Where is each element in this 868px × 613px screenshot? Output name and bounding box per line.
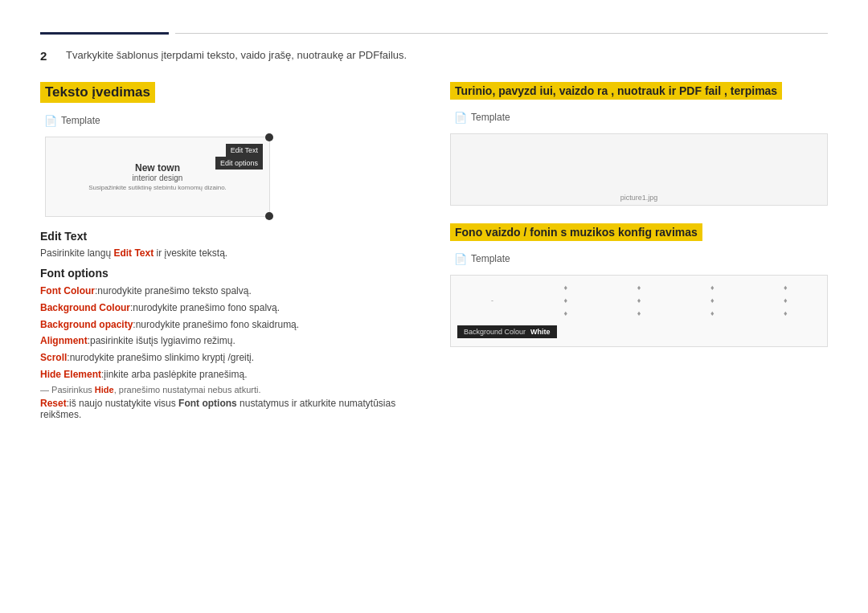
note-hide-key: Hide [95,385,114,394]
edit-text-heading: Edit Text [40,230,418,243]
option-hide-element: Hide Element:įinkite arba paslėpkite pra… [40,368,418,382]
note-cell: ♦ [530,309,600,317]
preview-inner: New town interior design Susipažinkite s… [88,162,227,191]
note-grid-row3: ♦ ♦ ♦ ♦ [457,309,821,317]
reset-key: Reset [40,398,67,409]
left-section-heading: Teksto įvedimas [40,82,155,103]
option-text-hide-element: :įinkite arba paslėpkite pranešimą. [101,369,247,380]
reset-font-options: Font options [178,398,237,409]
option-bg-colour: Background Colour:nurodykite pranešimo f… [40,301,418,315]
option-text-bg-opacity: :nurodykite pranešimo fono skaidrumą. [133,319,299,330]
font-options-heading: Font options [40,267,418,280]
edit-text-body-prefix: Pasirinkite langų [40,247,113,259]
edit-text-overlay-button[interactable]: Edit Text [226,144,263,157]
preview-subtitle: interior design [88,174,227,182]
option-alignment: Alignment:pasirinkite išutįs lygiavimo r… [40,334,418,348]
option-font-colour: Font Colour:nurodykite pranešimo teksto … [40,284,418,298]
note-cell: ♦ [751,296,821,304]
step-text: Tvarkykite šablonus įterpdami teksto, va… [66,49,407,61]
note-cell: ♦ [751,284,821,292]
bg-toolbar[interactable]: Background Colour White [457,325,557,338]
divider-dark [40,32,169,35]
page-container: 2 Tvarkykite šablonus įterpdami teksto, … [0,0,868,457]
note-cell: ♦ [604,309,674,317]
option-bg-opacity: Background opacity:nurodykite pranešimo … [40,318,418,332]
note-hide-prefix: — Pasirinkus [40,385,95,394]
note-cell: ♦ [751,309,821,317]
file-icon-left: 📄 [45,114,56,127]
option-key-alignment: Alignment [40,335,88,346]
note-hide-suffix: , pranešimo nustatymai nebus atkurti. [114,385,261,394]
template-label-left[interactable]: Template [61,115,100,126]
template-item-right1: 📄 Template [455,111,828,124]
image-preview-box: picture1.jpg [450,133,828,206]
reset-line: Reset:iš naujo nustatykite visus Font op… [40,398,418,420]
template-item-left: 📄 Template [45,114,418,127]
preview-caption: Susipažinkite sutiktinę stebintu komomų … [88,184,227,191]
resize-handle-br[interactable] [265,212,273,220]
image-filename: picture1.jpg [620,194,658,202]
note-grid-row1: ♦ ♦ ♦ ♦ [457,284,821,292]
divider-light [175,33,828,34]
option-key-bg-colour: Background Colour [40,302,130,313]
option-key-bg-opacity: Background opacity [40,319,133,330]
col-right: Turinio, pavyzd iui, vaizdo ra , nuotrau… [450,82,828,425]
file-icon-right2: 📄 [455,252,466,265]
template-label-right2[interactable]: Template [471,253,510,264]
option-text-bg-colour: :nurodykite pranešimo fono spalvą. [130,302,280,313]
option-key-font-colour: Font Colour [40,285,95,296]
edit-options-overlay-button[interactable]: Edit options [215,157,263,170]
bg-config-box: ♦ ♦ ♦ ♦ - ♦ ♦ ♦ ♦ ♦ ♦ ♦ ♦ [450,275,828,347]
right-section1-heading: Turinio, pavyzd iui, vaizdo ra , nuotrau… [450,82,782,100]
note-cell: ♦ [678,284,747,292]
template-label-right1[interactable]: Template [471,112,510,123]
note-cell: ♦ [678,296,747,304]
option-key-hide-element: Hide Element [40,369,101,380]
option-text-alignment: :pasirinkite išutįs lygiavimo režimų. [88,335,235,346]
two-col-layout: Teksto įvedimas 📄 Template New town inte… [40,82,828,425]
text-preview-box: New town interior design Susipažinkite s… [45,137,270,217]
note-cell: ♦ [530,284,600,292]
preview-title: New town [88,162,227,174]
right-section2-heading: Fono vaizdo / fonin s muzikos konfig rav… [450,223,702,241]
note-cell: - [457,296,527,304]
reset-suffix: :iš naujo nustatykite visus [67,398,178,409]
option-text-scroll: :nurodykite pranešimo slinkimo kryptį /g… [67,352,254,363]
note-cell: ♦ [604,296,674,304]
option-scroll: Scroll:nurodykite pranešimo slinkimo kry… [40,351,418,365]
template-item-right2: 📄 Template [455,252,828,265]
option-text-font-colour: :nurodykite pranešimo teksto spalvą. [95,285,252,296]
edit-text-body-suffix: ir įveskite tekstą. [154,247,227,259]
top-dividers [40,32,828,35]
note-cell: ♦ [604,284,674,292]
note-cell: ♦ [678,309,747,317]
step-row: 2 Tvarkykite šablonus įterpdami teksto, … [40,49,828,63]
edit-text-highlight: Edit Text [113,247,154,259]
col-left: Teksto įvedimas 📄 Template New town inte… [40,82,418,425]
note-cell: ♦ [530,296,600,304]
step-number: 2 [40,49,59,63]
bg-toolbar-label: Background Colour [464,328,526,336]
edit-text-body: Pasirinkite langų Edit Text ir įveskite … [40,247,418,259]
option-key-scroll: Scroll [40,352,67,363]
note-cell [457,309,527,317]
note-grid-row2: - ♦ ♦ ♦ ♦ [457,296,821,304]
bg-toolbar-value: White [530,328,551,336]
note-hide-line: — Pasirinkus Hide, pranešimo nustatymai … [40,385,418,394]
options-list: Font Colour:nurodykite pranešimo teksto … [40,284,418,382]
resize-handle-tr[interactable] [265,133,273,141]
file-icon-right1: 📄 [455,111,466,124]
note-cell [457,284,527,292]
